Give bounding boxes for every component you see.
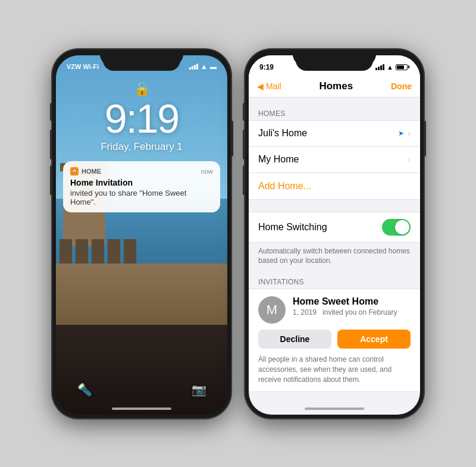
home-switching-item: Home Switching [249,212,420,243]
lock-time: 9:19 [56,98,227,139]
invitation-info: Home Sweet Home 1, 2019 invited you on F… [293,296,411,316]
settings-status-icons: ▲ [375,64,409,71]
homes-settings: 9:19 ▲ [249,55,420,415]
signal-icon [189,64,198,70]
navbar-title: Homes [319,80,353,92]
lock-date: Friday, February 1 [56,141,227,153]
home-bar[interactable] [112,408,171,410]
home-switching-label: Home Switching [258,222,327,233]
left-phone: VZW Wi-Fi ▲ ▬ 🔓 9:19 Friday, February 1 … [52,49,231,418]
invitations-header: INVITATIONS [249,278,420,289]
toggle-knob [395,220,409,234]
location-icon: ➤ [398,129,404,137]
statusbar-indicators: ▲ ▬ [189,62,217,71]
my-home-label: My Home [258,154,408,165]
power-button[interactable] [231,121,233,156]
inviter-avatar: M [258,296,286,324]
notch-right [296,55,373,71]
battery-icon: ▬ [210,63,217,70]
camera-icon[interactable]: 📷 [188,379,209,400]
invitation-card: M Home Sweet Home 1, 2019 invited you on… [249,289,420,392]
silent-switch-right[interactable] [243,103,245,121]
invitations-section: INVITATIONS M Home Sweet Home 1, 2019 [249,278,420,392]
invitation-footer: All people in a shared home can control … [258,355,411,384]
power-button-right[interactable] [424,121,426,156]
wifi-icon: ▲ [201,62,208,71]
settings-signal-icon [375,64,384,70]
settings-home-bar[interactable] [305,408,364,410]
volume-down-button[interactable] [50,165,52,195]
silent-switch[interactable] [50,103,52,121]
homes-section: HOMES Juli's Home ➤ › My Home [249,109,420,200]
settings-time: 9:19 [259,63,274,71]
settings-battery-icon [396,64,409,70]
notification-app: 🏠 HOME [70,167,101,175]
back-button[interactable]: ◀ Mail [257,82,281,91]
settings-content: HOMES Juli's Home ➤ › My Home [249,98,420,415]
my-home-right: › [408,155,411,164]
settings-wifi-icon: ▲ [387,64,393,71]
volume-up-button[interactable] [50,130,52,159]
invitation-home-name: Home Sweet Home [293,296,411,307]
accept-button[interactable]: Accept [337,330,411,349]
carrier-label: VZW Wi-Fi [67,63,99,70]
notch [103,55,180,71]
julis-home-label: Juli's Home [258,128,398,139]
list-item-julis-home[interactable]: Juli's Home ➤ › [249,121,420,147]
invitation-invited-text: invited you on February [322,308,397,316]
lockscreen-bottom-controls: 🔦 📷 [56,379,227,400]
julis-home-right: ➤ › [398,128,411,138]
flashlight-icon[interactable]: 🔦 [74,379,95,400]
invitation-subtitle: 1, 2019 invited you on February [293,308,411,316]
settings-screen: 9:19 ▲ [249,55,420,415]
lockscreen: VZW Wi-Fi ▲ ▬ 🔓 9:19 Friday, February 1 … [56,55,227,415]
homes-section-header: HOMES [249,109,420,120]
homes-list: Juli's Home ➤ › My Home › [249,120,420,200]
my-home-chevron-icon: › [408,155,411,164]
notification-time: now [201,168,213,175]
avatar-letter: M [267,302,277,318]
lock-icon: 🔓 [56,82,227,97]
notification-header: 🏠 HOME now [70,167,213,175]
add-home-label: Add Home... [258,181,311,192]
done-button[interactable]: Done [391,82,412,91]
notification-app-label: HOME [82,168,101,175]
volume-down-button-right[interactable] [243,165,245,195]
list-item-my-home[interactable]: My Home › [249,147,420,173]
notification-body: invited you to share "Home Sweet Home". [70,189,213,206]
home-switching-section: Home Switching Automatically switch betw… [249,212,420,267]
notification-title: Home Invitation [70,178,213,187]
invitation-buttons: Decline Accept [258,330,411,349]
right-phone: 9:19 ▲ [245,49,424,418]
invitation-row: M Home Sweet Home 1, 2019 invited you on… [258,296,411,324]
notification-card[interactable]: 🏠 HOME now Home Invitation invited you t… [63,161,220,212]
home-app-icon: 🏠 [70,167,79,175]
home-switching-toggle[interactable] [382,219,411,236]
invitation-date: 1, 2019 [293,308,317,316]
settings-navbar: ◀ Mail Homes Done [249,77,420,98]
home-switching-description: Automatically switch between connected h… [249,243,420,267]
chevron-icon: › [408,128,411,138]
list-item-add-home[interactable]: Add Home... [249,173,420,199]
volume-up-button-right[interactable] [243,130,245,159]
decline-button[interactable]: Decline [258,330,331,349]
